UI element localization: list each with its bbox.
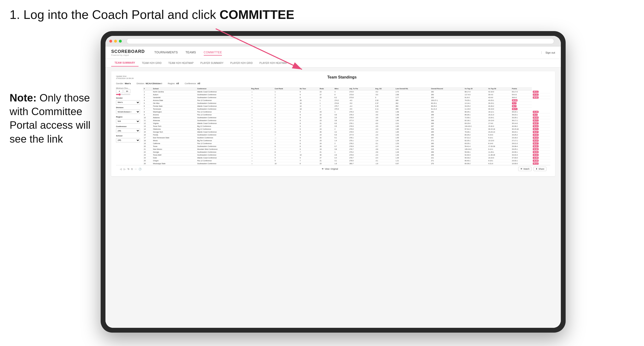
table-cell: 33-44-3 bbox=[511, 154, 532, 157]
table-cell: -6.0 bbox=[374, 111, 395, 113]
chrome-close[interactable] bbox=[109, 40, 112, 43]
chrome-minimize[interactable] bbox=[114, 40, 117, 43]
toolbar-forward-icon[interactable]: ▷ bbox=[124, 168, 126, 170]
table-cell: 273.8 bbox=[348, 96, 374, 99]
side-gender-select[interactable]: Men's bbox=[116, 100, 140, 105]
nav-item-tournaments[interactable]: TOURNAMENTS bbox=[154, 50, 178, 55]
nav-item-committee[interactable]: COMMITTEE bbox=[204, 50, 222, 55]
table-cell: 10 bbox=[274, 162, 299, 165]
table-cell: 11-19-0 bbox=[464, 108, 487, 111]
sub-nav-player-h2h-heatmap[interactable]: PLAYER H2H HEATMAP bbox=[256, 60, 291, 66]
table-cell: 8 bbox=[299, 116, 318, 119]
toolbar-back-icon[interactable]: ◁ bbox=[120, 168, 122, 170]
sub-nav-player-h2h-grid[interactable]: PLAYER H2H GRID bbox=[227, 60, 256, 66]
table-cell: 4.6 bbox=[334, 113, 348, 116]
table-cell: 80-25-2 bbox=[464, 134, 487, 136]
sign-out-button[interactable]: Sign out bbox=[542, 51, 555, 54]
table-cell: -3.5 bbox=[374, 116, 395, 119]
col-conference: Conference bbox=[196, 87, 250, 90]
table-cell: 60.57 bbox=[532, 122, 550, 125]
sub-nav-team-h2h-grid[interactable]: TEAM H2H GRID bbox=[138, 60, 165, 66]
table-cell: 8 bbox=[274, 151, 299, 154]
table-cell: 1.44 bbox=[394, 145, 430, 148]
sub-nav-player-summary[interactable]: PLAYER SUMMARY bbox=[197, 60, 227, 66]
table-cell: 8 bbox=[299, 131, 318, 134]
table-cell: Tennessee bbox=[152, 108, 196, 111]
table-cell: 26 bbox=[299, 99, 318, 102]
watch-icon: 👁 bbox=[520, 168, 522, 170]
table-cell: 16 bbox=[143, 134, 152, 136]
side-region-select[interactable]: N/A bbox=[116, 119, 140, 124]
table-cell: 23 bbox=[319, 111, 334, 113]
table-cell: Southern Conference bbox=[196, 136, 250, 139]
table-cell: 1.63 bbox=[394, 134, 430, 136]
table-row: 24DukeAtlantic Coast Conference—59270.42… bbox=[143, 157, 550, 159]
table-cell: — bbox=[250, 128, 274, 131]
instruction-bold: COMMITTEE bbox=[220, 8, 294, 21]
table-cell: 1.86 bbox=[394, 116, 430, 119]
share-button[interactable]: ⬆ Share bbox=[534, 167, 546, 171]
toolbar-refresh-icon[interactable]: ↻ bbox=[128, 168, 130, 170]
table-cell: 13-13-0 bbox=[487, 139, 511, 142]
table-cell: 11 bbox=[143, 119, 152, 122]
table-cell: 23-13-0 bbox=[487, 119, 511, 122]
table-row: 21New MexicoMountain West Conference—191… bbox=[143, 148, 550, 151]
table-cell: 1 bbox=[334, 111, 348, 113]
watch-button[interactable]: 👁 Watch bbox=[518, 167, 532, 171]
min-input[interactable] bbox=[116, 89, 123, 93]
toolbar-clock-icon[interactable]: 🕐 bbox=[138, 168, 142, 170]
col-vs-top-25: Vs Top 25 bbox=[464, 87, 487, 90]
side-school-select[interactable]: (All) bbox=[116, 138, 140, 142]
toolbar-copy-icon[interactable]: ⎘ bbox=[131, 168, 133, 170]
table-cell: 58.34 bbox=[532, 125, 550, 128]
table-cell: 68.54 bbox=[532, 151, 550, 154]
table-cell: -0.4 bbox=[374, 157, 395, 159]
table-cell: Oklahoma bbox=[152, 128, 196, 131]
table-cell: 15 bbox=[143, 131, 152, 134]
col-adj-to-par: Adj. To Par bbox=[348, 87, 374, 90]
table-cell: 33-29-1 bbox=[511, 116, 532, 119]
table-cell: 88-17-0 bbox=[464, 90, 487, 93]
table-cell: Arizona bbox=[152, 113, 196, 116]
table-cell: 69.71 bbox=[511, 108, 532, 111]
table-cell: 86-25-1 bbox=[464, 111, 487, 113]
toolbar-more-icon[interactable]: ··· bbox=[135, 168, 136, 170]
table-row: 15Georgia TechAtlantic Coast Conference—… bbox=[143, 131, 550, 134]
chrome-maximize[interactable] bbox=[119, 40, 122, 43]
table-cell: 1.41 bbox=[394, 148, 430, 151]
table-cell: 86.08 bbox=[511, 99, 532, 102]
table-row: 18IllinoisBig Ten Conference—18231.4279.… bbox=[143, 139, 550, 142]
sub-nav-team-summary[interactable]: TEAM SUMMARY bbox=[111, 60, 138, 66]
sub-nav-team-h2h-heatmap[interactable]: TEAM H2H HEATMAP bbox=[165, 60, 197, 66]
col-low-rd: Low Overall Rd. bbox=[394, 87, 430, 90]
note-text: Note: Only those with Committee Portal a… bbox=[10, 91, 91, 146]
table-row: 20TexasSoutheastern Conference—88260.727… bbox=[143, 145, 550, 148]
table-cell: 5 bbox=[274, 157, 299, 159]
table-cell: 1 bbox=[319, 102, 334, 105]
table-cell: 2 bbox=[274, 96, 299, 99]
table-cell: 15-32-0 bbox=[487, 125, 511, 128]
table-cell: — bbox=[250, 151, 274, 154]
side-division-select[interactable]: NCAA Division I bbox=[116, 110, 140, 114]
table-cell: 87.21 bbox=[532, 93, 550, 96]
url-bar[interactable] bbox=[126, 38, 554, 44]
view-original-btn[interactable]: 👁 View: Original bbox=[322, 168, 338, 170]
table-cell: Pac-12 Conference bbox=[196, 111, 250, 113]
table-cell: 6.2 bbox=[334, 96, 348, 99]
share-label: Share bbox=[538, 168, 544, 170]
table-cell: 2.01 bbox=[394, 122, 430, 125]
table-container: # School Conference Reg Rank Conf Rank N… bbox=[143, 87, 550, 165]
table-cell: 71.7 bbox=[511, 102, 532, 105]
table-cell: 42-16-0 bbox=[487, 90, 511, 93]
table-cell: -2.0 bbox=[374, 154, 395, 157]
side-conference-select[interactable]: (All) bbox=[116, 129, 140, 133]
table-cell: 4 bbox=[334, 90, 348, 93]
table-row: 16FloridaSoutheastern Conference—79245.9… bbox=[143, 134, 550, 136]
table-cell: 276.9 bbox=[348, 125, 374, 128]
table-cell: — bbox=[250, 99, 274, 102]
table-cell: 276.3 bbox=[348, 111, 374, 113]
max-input[interactable] bbox=[124, 89, 130, 93]
table-cell: 34-25-2 bbox=[511, 134, 532, 136]
table-cell: 1 bbox=[274, 125, 299, 128]
nav-item-teams[interactable]: TEAMS bbox=[186, 50, 196, 55]
